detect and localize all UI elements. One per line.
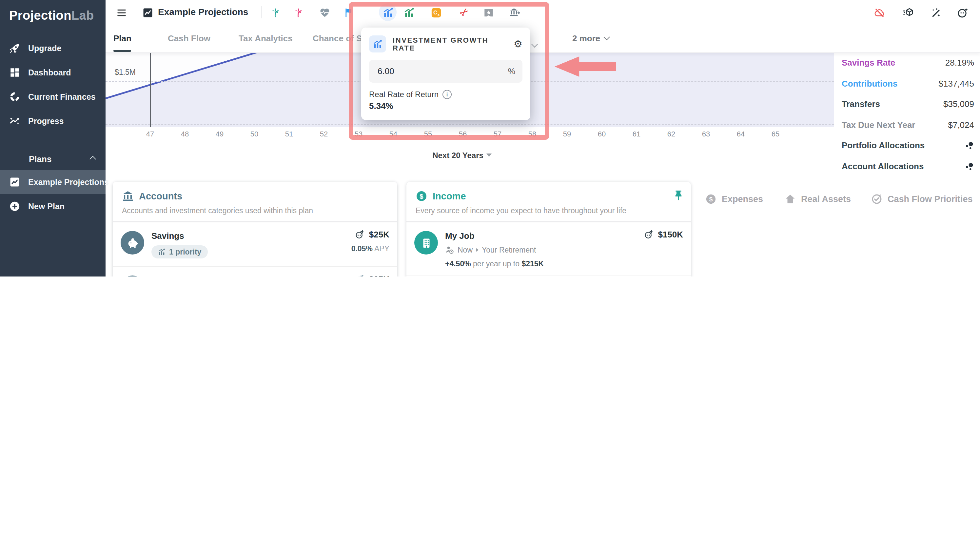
x-tick-label: 61 (633, 130, 641, 138)
summary-row-transfers[interactable]: Transfers $35,009 (834, 94, 980, 115)
main-area: Example Projections ✂ Plan Cash Flow Tax… (105, 0, 980, 276)
chevron-down-icon[interactable] (532, 37, 537, 49)
hamburger-menu-icon[interactable] (113, 5, 129, 20)
income-name: My Job (445, 231, 643, 241)
income-row-my-job[interactable]: My Job Now Your Retirement +4.50% per ye… (406, 222, 691, 276)
popup-title: INVESTMENT GROWTH RATE (393, 36, 514, 52)
cloud-off-icon[interactable] (871, 5, 887, 20)
income-value: $150K (658, 229, 683, 239)
time-range-label: Next 20 Years (432, 151, 484, 160)
summary-label: Transfers (842, 99, 880, 109)
timeline-to: Your Retirement (482, 246, 536, 254)
gear-icon[interactable]: ⚙ (514, 39, 522, 49)
growth-text: per year up to (473, 260, 520, 268)
sidebar-item-current-finances[interactable]: Current Finances (0, 84, 105, 109)
summary-row-tax-due[interactable]: Tax Due Next Year $7,024 (834, 115, 980, 135)
income-card-header[interactable]: Income Every source of income you expect… (406, 182, 691, 222)
bank-transfer-icon[interactable] (507, 5, 522, 20)
chevron-down-icon (603, 34, 609, 40)
tab-more-dropdown[interactable]: 2 more (572, 24, 609, 52)
accounts-card-header[interactable]: Accounts Accounts and investment categor… (113, 182, 397, 222)
growth-rate-input[interactable] (376, 65, 477, 77)
account-value: $25K (369, 229, 390, 239)
target-check-icon (871, 193, 882, 205)
investment-growth-rate-icon (369, 35, 386, 53)
priority-chip[interactable]: 1 priority (151, 245, 208, 258)
donut-chart-icon (9, 91, 20, 102)
sandbox-cube-icon[interactable] (900, 5, 916, 20)
summary-row-portfolio-allocations[interactable]: Portfolio Allocations (834, 135, 980, 156)
section-cash-flow-priorities[interactable]: Cash Flow Priorities (871, 193, 973, 205)
tab-cash-flow[interactable]: Cash Flow (168, 24, 210, 52)
bubble-chart-icon (964, 161, 974, 171)
sidebar-item-example-projections[interactable]: Example Projections (0, 170, 105, 194)
sidebar-plans-header[interactable]: Plans (0, 148, 105, 170)
income-row-spouses-job[interactable]: Spouse's Job Now Spouse's Retirement +4.… (406, 276, 691, 276)
heart-pulse-icon[interactable] (317, 5, 332, 20)
section-expenses[interactable]: Expenses (705, 193, 763, 205)
summary-label: Savings Rate (842, 58, 895, 68)
account-row-savings-2[interactable]: Savings Not Prioritized $35K 0.05% APY (113, 266, 397, 276)
summary-row-account-allocations[interactable]: Account Allocations (834, 156, 980, 177)
summary-label: Tax Due Next Year (842, 120, 915, 130)
sidebar-item-progress[interactable]: Progress (0, 109, 105, 133)
x-tick-label: 59 (563, 130, 571, 138)
summary-row-contributions[interactable]: Contributions $137,445 (834, 73, 980, 94)
sidebar-item-dashboard[interactable]: Dashboard (0, 61, 105, 84)
y-axis-label: $1.5M (115, 68, 136, 76)
income-subtitle: Every source of income you expect to hav… (415, 207, 682, 215)
palm-tree-pink-icon[interactable] (290, 5, 305, 20)
x-tick-label: 56 (459, 130, 467, 138)
dividend-growth-icon[interactable] (401, 5, 417, 20)
sidebar-item-new-plan[interactable]: New Plan (0, 194, 105, 218)
time-range-dropdown[interactable]: Next 20 Years (426, 151, 498, 160)
account-name: Savings (151, 276, 352, 276)
bar-chart-icon (158, 248, 166, 256)
section-label: Cash Flow Priorities (888, 194, 973, 204)
person-clock-icon (445, 245, 454, 255)
line-chart-icon (9, 177, 20, 188)
x-tick-label: 65 (772, 130, 780, 138)
trending-up-icon (9, 115, 20, 127)
dashboard-grid-icon (9, 67, 20, 78)
section-label: Real Assets (801, 194, 851, 204)
x-tick-label: 64 (737, 130, 745, 138)
growth-cap: $215K (522, 260, 544, 268)
summary-row-savings-rate[interactable]: Savings Rate 28.19% (834, 53, 980, 73)
time-projection-icon (355, 274, 364, 276)
chevron-up-icon (89, 155, 96, 162)
currency-exclude-icon[interactable] (428, 5, 444, 20)
tab-plan[interactable]: Plan (113, 24, 131, 52)
theme-wand-icon[interactable] (928, 5, 943, 20)
sidebar-item-upgrade[interactable]: Upgrade (0, 36, 105, 61)
sidebar-item-label: Progress (28, 116, 64, 126)
tab-more-label: 2 more (572, 33, 600, 43)
time-projection-icon (643, 229, 653, 239)
accounts-subtitle: Accounts and investment categories used … (122, 207, 388, 215)
sidebar: ProjectionLab Upgrade Dashboard Current … (0, 0, 105, 276)
plans-header-label: Plans (29, 154, 51, 164)
palm-tree-green-icon[interactable] (267, 5, 283, 20)
scissors-icon[interactable]: ✂ (457, 5, 473, 20)
info-icon[interactable]: i (442, 90, 452, 99)
account-row-savings-1[interactable]: Savings 1 priority $25K 0.05% APY (113, 222, 397, 266)
flag-icon[interactable] (341, 5, 356, 20)
section-real-assets[interactable]: Real Assets (785, 193, 851, 205)
accounts-card: Accounts Accounts and investment categor… (113, 182, 397, 276)
plus-circle-icon (9, 201, 20, 212)
avatar-icon[interactable] (955, 5, 970, 20)
app-logo[interactable]: ProjectionLab (0, 0, 105, 27)
dropdown-triangle-icon (487, 153, 492, 157)
x-tick-label: 52 (320, 130, 328, 138)
tab-chance-of-success[interactable]: Chance of S (313, 24, 362, 52)
certificate-icon[interactable] (480, 5, 496, 20)
summary-label: Contributions (842, 79, 897, 89)
page-title: Example Projections (158, 6, 248, 17)
chip-label: 1 priority (169, 248, 201, 256)
pin-icon[interactable] (673, 190, 684, 201)
x-tick-label: 51 (285, 130, 293, 138)
plan-chart-icon (140, 5, 155, 20)
gridline-bottom (105, 124, 834, 124)
investment-growth-rate-icon[interactable] (380, 5, 396, 20)
tab-tax-analytics[interactable]: Tax Analytics (239, 24, 293, 52)
